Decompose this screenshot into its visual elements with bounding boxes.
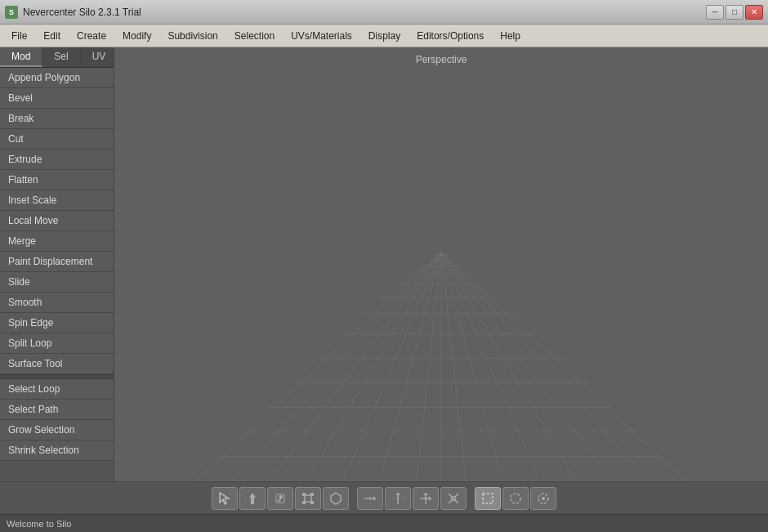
- svg-rect-32: [305, 495, 311, 502]
- tab-mod[interactable]: Mod: [0, 47, 42, 67]
- menu-modify[interactable]: Modify: [114, 27, 159, 45]
- svg-rect-34: [310, 493, 314, 496]
- menu-subdivision[interactable]: Subdivision: [159, 27, 225, 45]
- menu-editors-options[interactable]: Editors/Options: [409, 27, 492, 45]
- svg-marker-45: [429, 496, 431, 501]
- svg-point-52: [511, 494, 520, 503]
- tool-spin-edge[interactable]: Spin Edge: [0, 313, 114, 333]
- maximize-button[interactable]: □: [726, 5, 743, 20]
- svg-line-15: [233, 253, 441, 481]
- svg-line-23: [441, 253, 502, 481]
- svg-point-54: [542, 497, 545, 500]
- rotate-all-button[interactable]: [440, 487, 467, 510]
- tool-inset-scale[interactable]: Inset Scale: [0, 190, 114, 211]
- tab-uv[interactable]: UV: [81, 47, 114, 67]
- transform-x-button[interactable]: [357, 487, 383, 510]
- paint-select-button[interactable]: [530, 487, 556, 510]
- svg-line-24: [441, 253, 539, 481]
- app-icon: S: [5, 6, 18, 19]
- poly-button[interactable]: [323, 487, 349, 510]
- tool-flatten[interactable]: Flatten: [0, 170, 114, 190]
- viewport[interactable]: Perspective: [114, 47, 768, 481]
- svg-line-17: [306, 253, 441, 481]
- svg-rect-36: [310, 501, 314, 504]
- menu-edit[interactable]: Edit: [35, 27, 69, 45]
- rect-select-button[interactable]: [475, 487, 501, 510]
- status-text: Welcome to Silo: [7, 519, 71, 529]
- menu-create[interactable]: Create: [69, 27, 114, 45]
- tool-break[interactable]: Break: [0, 109, 114, 129]
- tool-surface-tool[interactable]: Surface Tool: [0, 354, 114, 374]
- tool-shrink-selection[interactable]: Shrink Selection: [0, 440, 114, 461]
- tool-smooth[interactable]: Smooth: [0, 293, 114, 313]
- move-up-button[interactable]: [239, 487, 266, 510]
- svg-line-26: [441, 253, 613, 481]
- main-container: Mod Sel UV Append Polygon Bevel Break Cu…: [0, 47, 768, 532]
- menu-help[interactable]: Help: [492, 27, 529, 45]
- menu-selection[interactable]: Selection: [226, 27, 283, 45]
- content-area: Mod Sel UV Append Polygon Bevel Break Cu…: [0, 47, 768, 481]
- tool-grow-selection[interactable]: Grow Selection: [0, 420, 114, 440]
- tool-bevel[interactable]: Bevel: [0, 88, 114, 109]
- tool-merge[interactable]: Merge: [0, 231, 114, 252]
- transform-all-button[interactable]: [413, 487, 439, 510]
- tab-sel[interactable]: Sel: [42, 47, 80, 67]
- titlebar: S Nevercenter Silo 2.3.1 Trial ─ □ ✕: [0, 0, 768, 25]
- svg-marker-39: [373, 496, 376, 501]
- titlebar-left: S Nevercenter Silo 2.3.1 Trial: [5, 6, 141, 19]
- menu-uvs-materials[interactable]: UVs/Materials: [283, 27, 360, 45]
- tool-append-polygon[interactable]: Append Polygon: [0, 68, 114, 88]
- svg-line-14: [196, 253, 441, 481]
- svg-rect-33: [302, 493, 306, 496]
- panel-tabs: Mod Sel UV: [0, 47, 114, 68]
- svg-marker-42: [395, 493, 400, 495]
- svg-line-22: [441, 253, 466, 481]
- svg-line-27: [441, 253, 650, 481]
- titlebar-controls: ─ □ ✕: [706, 5, 763, 20]
- tool-select-loop[interactable]: Select Loop: [0, 379, 114, 400]
- menu-display[interactable]: Display: [360, 27, 409, 45]
- tool-paint-displacement[interactable]: Paint Displacement: [0, 252, 114, 272]
- svg-line-20: [417, 253, 441, 481]
- close-button[interactable]: ✕: [745, 5, 763, 20]
- tool-extrude[interactable]: Extrude: [0, 150, 114, 170]
- rotate-button[interactable]: [267, 487, 293, 510]
- tool-slide[interactable]: Slide: [0, 272, 114, 293]
- tool-local-move[interactable]: Local Move: [0, 211, 114, 231]
- svg-line-18: [343, 253, 441, 481]
- svg-line-25: [441, 253, 576, 481]
- transform-y-button[interactable]: [385, 487, 411, 510]
- svg-rect-51: [483, 494, 493, 503]
- select-tool-button[interactable]: [212, 487, 238, 510]
- statusbar: Welcome to Silo: [0, 514, 768, 532]
- left-panel: Mod Sel UV Append Polygon Bevel Break Cu…: [0, 47, 114, 481]
- svg-line-28: [441, 253, 686, 481]
- svg-line-16: [270, 253, 441, 481]
- bottom-toolbar: [0, 481, 768, 514]
- svg-marker-37: [331, 493, 341, 504]
- svg-line-19: [380, 253, 441, 481]
- titlebar-title: Nevercenter Silo 2.3.1 Trial: [23, 7, 141, 18]
- svg-rect-35: [302, 501, 306, 504]
- tool-split-loop[interactable]: Split Loop: [0, 333, 114, 354]
- menubar: File Edit Create Modify Subdivision Sele…: [0, 25, 768, 47]
- scale-button[interactable]: [295, 487, 321, 510]
- viewport-grid: [114, 47, 768, 481]
- lasso-select-button[interactable]: [502, 487, 529, 510]
- svg-marker-30: [249, 493, 256, 504]
- tool-select-path[interactable]: Select Path: [0, 400, 114, 420]
- menu-file[interactable]: File: [3, 27, 35, 45]
- svg-marker-47: [423, 493, 428, 495]
- tool-cut[interactable]: Cut: [0, 129, 114, 150]
- minimize-button[interactable]: ─: [706, 5, 724, 20]
- svg-marker-29: [220, 493, 229, 504]
